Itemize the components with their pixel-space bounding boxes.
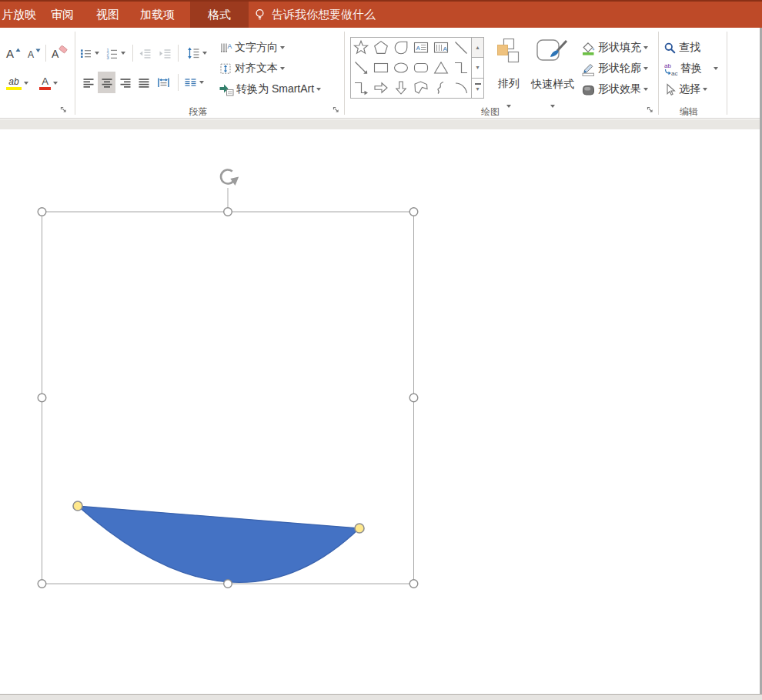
resize-handle-top-center[interactable] (224, 208, 232, 216)
highlight-dropdown-icon[interactable] (24, 82, 28, 85)
resize-handle-middle-left[interactable] (38, 394, 46, 402)
adjust-handle-left[interactable] (73, 501, 82, 511)
resize-handle-bottom-center[interactable] (224, 580, 232, 588)
align-center-icon (101, 76, 113, 89)
shape-effects-dropdown-icon[interactable] (643, 88, 648, 91)
select-button[interactable]: 选择 (663, 80, 707, 99)
line-spacing-button[interactable] (187, 42, 213, 64)
align-text-button[interactable]: 对齐文本 (219, 59, 285, 78)
decrease-indent-button[interactable] (135, 42, 155, 64)
gallery-item-arc[interactable] (452, 79, 470, 97)
gallery-item-pentagon[interactable] (372, 39, 390, 57)
gallery-item-right-arrow[interactable] (372, 79, 390, 97)
slide-content (0, 129, 762, 694)
tab-format[interactable]: 格式 (190, 2, 249, 28)
bottom-bar (0, 694, 762, 700)
tab-view[interactable]: 视图 (96, 2, 119, 28)
gallery-item-star[interactable] (352, 39, 370, 57)
convert-smartart-dropdown-icon[interactable] (316, 88, 321, 91)
resize-handle-bottom-left[interactable] (38, 580, 46, 588)
gallery-item-triangle[interactable] (432, 59, 450, 77)
arc-icon (452, 79, 470, 97)
select-dropdown-icon[interactable] (703, 88, 707, 91)
adjust-handle-right[interactable] (355, 524, 364, 533)
arrange-button[interactable]: 排列 (491, 37, 526, 109)
justify-button[interactable] (135, 72, 152, 93)
align-center-button[interactable] (98, 72, 115, 93)
rounded-rectangle-icon (412, 59, 430, 77)
gallery-item-rectangle[interactable] (372, 59, 390, 77)
shape-outline-dropdown-icon[interactable] (643, 67, 648, 70)
drawing-dialog-launcher[interactable] (646, 106, 654, 114)
clear-formatting-button[interactable]: A (48, 42, 70, 64)
font-color-button[interactable]: A (39, 72, 65, 95)
scroll-down-icon: ▾ (476, 64, 479, 71)
highlight-color-button[interactable]: ab (6, 72, 37, 95)
numbering-button[interactable]: 123 (105, 42, 130, 64)
dialog-launcher-icon (59, 106, 68, 114)
gallery-item-scribble[interactable] (432, 79, 450, 97)
convert-smartart-button[interactable]: 转换为 SmartArt (219, 80, 321, 99)
gallery-item-arrow[interactable] (352, 59, 370, 77)
tab-review[interactable]: 审阅 (51, 2, 74, 28)
tab-addins[interactable]: 加载项 (140, 2, 175, 28)
quick-styles-dropdown-icon (550, 105, 555, 108)
bullets-dropdown-icon[interactable] (95, 52, 99, 55)
slide-canvas[interactable] (0, 129, 762, 694)
quick-styles-label: 快速样式 (531, 78, 574, 92)
gallery-item-oval[interactable] (392, 59, 410, 77)
gallery-scroll-up-button[interactable]: ▴ (471, 37, 484, 58)
resize-handle-middle-right[interactable] (409, 394, 418, 402)
gallery-item-rounded-rectangle[interactable] (412, 59, 430, 77)
find-button[interactable]: 查找 (663, 39, 700, 57)
svg-text:3: 3 (107, 55, 109, 60)
chord-shape[interactable] (78, 506, 359, 582)
gallery-scroll-down-button[interactable]: ▾ (471, 58, 484, 78)
resize-handle-top-left[interactable] (38, 208, 46, 216)
gallery-item-elbow-connector[interactable] (452, 59, 470, 77)
numbering-dropdown-icon[interactable] (121, 52, 125, 55)
shrink-font-button[interactable]: A (24, 42, 44, 64)
gallery-item-line[interactable] (452, 39, 470, 57)
replace-dropdown-icon[interactable] (714, 67, 718, 70)
quick-styles-button[interactable]: 快速样式 (528, 37, 577, 109)
columns-dropdown-icon[interactable] (199, 81, 204, 84)
pentagon-icon (372, 39, 390, 57)
gallery-item-horizontal-text-box[interactable]: A (412, 39, 430, 57)
tab-slideshow[interactable]: 片放映 (2, 2, 36, 28)
gallery-more-button[interactable]: ▾ (471, 79, 484, 99)
shape-fill-dropdown-icon[interactable] (643, 46, 648, 49)
select-label: 选择 (679, 82, 700, 96)
text-direction-button[interactable]: A 文字方向 (219, 39, 285, 57)
shape-fill-button[interactable]: 形状填充 (581, 39, 648, 57)
grow-font-button[interactable]: A (3, 42, 23, 64)
distribute-button[interactable] (153, 72, 174, 93)
replace-button[interactable]: ab ac 替换 (663, 59, 718, 78)
align-text-dropdown-icon[interactable] (280, 67, 285, 70)
text-direction-dropdown-icon[interactable] (280, 46, 285, 49)
columns-button[interactable] (184, 72, 212, 93)
increase-indent-button[interactable] (155, 42, 175, 64)
line-spacing-dropdown-icon[interactable] (202, 52, 207, 55)
font-color-dropdown-icon[interactable] (53, 82, 58, 85)
gallery-more-icon (475, 83, 481, 85)
columns-icon (184, 76, 197, 89)
gallery-item-elbow-arrow-connector[interactable] (352, 79, 370, 97)
bullets-button[interactable] (79, 42, 104, 64)
gallery-item-down-arrow[interactable] (392, 79, 410, 97)
align-left-button[interactable] (79, 72, 97, 93)
find-icon (663, 42, 677, 55)
resize-handle-bottom-right[interactable] (409, 580, 418, 588)
gallery-item-teardrop[interactable] (392, 39, 410, 57)
rotation-handle-icon[interactable] (221, 169, 239, 186)
align-right-button[interactable] (116, 72, 134, 93)
paragraph-dialog-launcher[interactable] (332, 106, 340, 114)
shape-outline-button[interactable]: 形状轮廓 (581, 59, 648, 78)
tell-me-box[interactable]: 告诉我你想要做什么 (254, 2, 376, 28)
resize-handle-top-right[interactable] (409, 208, 418, 216)
gallery-item-vertical-text-box[interactable]: A (432, 39, 450, 57)
shape-effects-button[interactable]: 形状效果 (581, 80, 648, 99)
font-dialog-launcher[interactable] (59, 106, 68, 114)
grow-font-icon: A (5, 46, 21, 60)
gallery-item-freeform[interactable] (412, 79, 430, 97)
